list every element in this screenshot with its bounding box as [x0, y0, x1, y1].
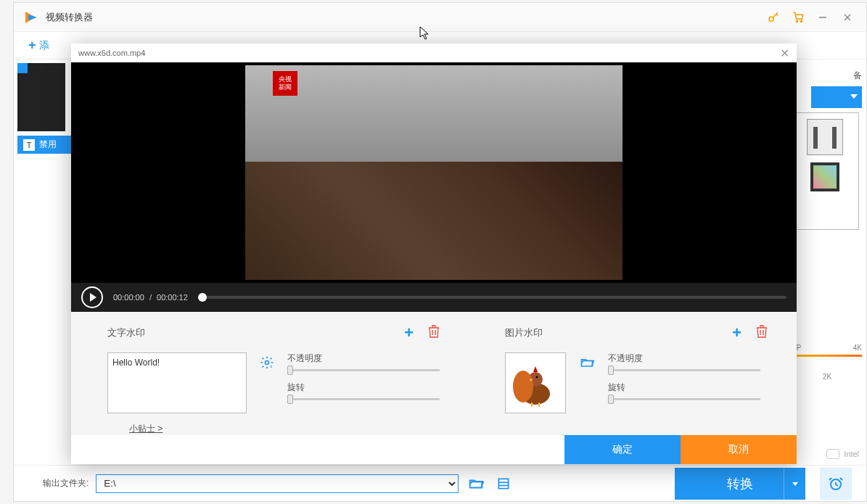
- delete-image-watermark-button[interactable]: [756, 325, 768, 341]
- svg-rect-6: [499, 479, 509, 488]
- tips-link[interactable]: 小贴士 >: [129, 423, 163, 435]
- format-placeholder-icon: [807, 119, 843, 155]
- format-dropdown[interactable]: [811, 86, 862, 108]
- selection-indicator: [17, 63, 28, 73]
- add-image-watermark-button[interactable]: +: [732, 323, 741, 342]
- image-watermark-section: 图片水印 + 不透明度 旋转: [469, 312, 797, 435]
- convert-dropdown-icon[interactable]: [784, 468, 805, 500]
- svg-point-13: [513, 371, 533, 402]
- convert-button[interactable]: 转换: [675, 468, 805, 500]
- quality-slider[interactable]: 0P 4K 2K: [792, 344, 862, 381]
- cart-icon[interactable]: [788, 7, 808, 28]
- image-opacity-slider[interactable]: [608, 369, 760, 371]
- format-preview: [791, 112, 859, 230]
- time-display: 00:00:00 / 00:00:12: [113, 293, 188, 302]
- svg-point-1: [796, 20, 797, 22]
- file-list-button[interactable]: [493, 474, 514, 494]
- bottom-bar: 输出文件夹: E:\ 转换: [14, 465, 866, 501]
- right-panel: 备 0P 4K 2K Intel: [786, 59, 866, 465]
- delete-text-watermark-button[interactable]: [428, 325, 440, 341]
- app-title: 视频转换器: [46, 11, 759, 24]
- text-rotate-slider[interactable]: [287, 398, 440, 400]
- open-folder-button[interactable]: [466, 474, 486, 494]
- close-button[interactable]: [837, 7, 858, 28]
- slider-handle[interactable]: [608, 394, 614, 404]
- slider-handle[interactable]: [287, 365, 293, 375]
- output-folder-label: 输出文件夹:: [43, 477, 89, 489]
- progress-bar[interactable]: [198, 296, 786, 299]
- watermark-text-input[interactable]: Hello World!: [107, 352, 247, 413]
- key-icon[interactable]: [763, 7, 784, 28]
- minimize-button[interactable]: [813, 7, 833, 28]
- add-text-watermark-button[interactable]: +: [404, 323, 414, 342]
- watermark-panel: 文字水印 + Hello World! 不透明度 旋转: [71, 312, 797, 435]
- play-button[interactable]: [81, 286, 103, 308]
- player-controls: 00:00:00 / 00:00:12: [71, 283, 797, 312]
- play-icon: [90, 293, 96, 302]
- chip-icon: [826, 449, 839, 459]
- text-icon: T: [23, 139, 35, 151]
- svg-point-2: [800, 20, 802, 22]
- text-opacity-label: 不透明度: [287, 352, 440, 365]
- progress-handle[interactable]: [198, 293, 207, 302]
- text-rotate-label: 旋转: [287, 381, 440, 394]
- text-opacity-slider[interactable]: [287, 369, 440, 371]
- chevron-down-icon: [850, 94, 858, 99]
- svg-point-14: [536, 376, 538, 379]
- slider-handle[interactable]: [608, 365, 614, 375]
- schedule-button[interactable]: [820, 468, 852, 500]
- video-preview: 央视 新闻: [71, 62, 797, 283]
- disable-tab[interactable]: T 禁用: [17, 136, 75, 154]
- device-label: 备: [791, 70, 862, 82]
- svg-point-10: [266, 361, 269, 365]
- dialog-header: www.x6d.com.mp4 ✕: [71, 44, 797, 62]
- format-thumbnail-icon: [810, 162, 839, 191]
- video-frame[interactable]: 央视 新闻: [245, 65, 622, 280]
- plus-icon: +: [28, 38, 36, 53]
- app-logo-icon: [22, 9, 40, 26]
- dialog-filename: www.x6d.com.mp4: [78, 49, 145, 57]
- dialog-close-button[interactable]: ✕: [780, 46, 789, 60]
- watermark-image-preview[interactable]: [505, 352, 566, 413]
- text-settings-button[interactable]: [260, 355, 274, 373]
- add-file-button[interactable]: + 添: [28, 38, 49, 53]
- text-watermark-section: 文字水印 + Hello World! 不透明度 旋转: [71, 312, 469, 435]
- image-rotate-slider[interactable]: [608, 398, 760, 400]
- file-thumbnail[interactable]: [17, 63, 65, 131]
- image-rotate-label: 旋转: [608, 381, 768, 394]
- dialog-footer: 确定 取消: [71, 435, 797, 464]
- watermark-dialog: www.x6d.com.mp4 ✕ 央视 新闻 00:00:00 / 00:00…: [71, 44, 797, 464]
- ok-button[interactable]: 确定: [564, 435, 681, 464]
- image-opacity-label: 不透明度: [608, 352, 768, 365]
- broadcast-badge: 央视 新闻: [273, 71, 297, 96]
- cancel-button[interactable]: 取消: [681, 435, 797, 464]
- text-watermark-title: 文字水印: [107, 326, 404, 339]
- slider-handle[interactable]: [287, 394, 293, 404]
- image-watermark-title: 图片水印: [505, 326, 732, 339]
- svg-point-0: [769, 17, 773, 21]
- intel-badge: Intel: [826, 449, 859, 459]
- browse-image-button[interactable]: [579, 355, 595, 373]
- output-folder-select[interactable]: E:\: [96, 474, 459, 493]
- titlebar: 视频转换器: [14, 3, 866, 32]
